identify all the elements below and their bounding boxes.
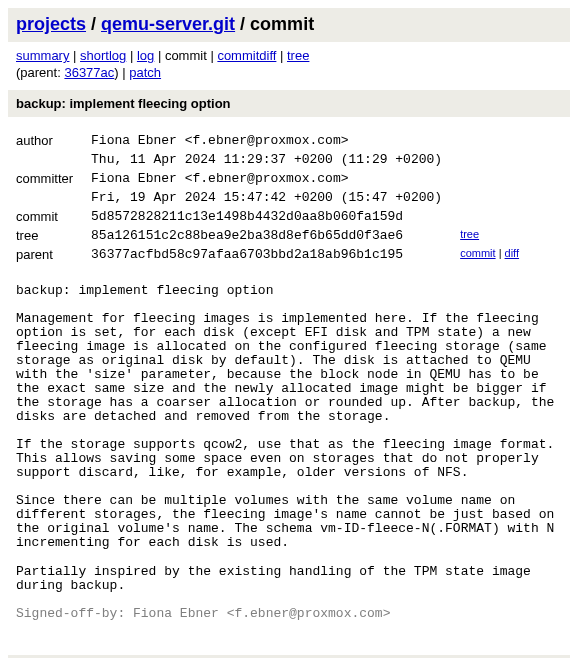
sep: |: [496, 247, 505, 259]
author-date: Thu, 11 Apr 2024 11:29:37 +0200 (11:29 +…: [91, 150, 460, 169]
meta-row-commit: commit 5d8572828211c13e1498b4432d0aa8b06…: [16, 207, 537, 226]
tree-link[interactable]: tree: [460, 228, 479, 240]
parent-commit-link[interactable]: commit: [460, 247, 495, 259]
nav-summary[interactable]: summary: [16, 48, 69, 63]
commit-message: backup: implement fleecing option Manage…: [8, 284, 570, 655]
nav-tree[interactable]: tree: [287, 48, 309, 63]
meta-table: author Fiona Ebner <f.ebner@proxmox.com>…: [16, 131, 537, 264]
committer-value: Fiona Ebner <f.ebner@proxmox.com>: [91, 169, 460, 188]
msg-signoff: Signed-off-by: Fiona Ebner <f.ebner@prox…: [16, 607, 562, 621]
msg-para: Management for fleecing images is implem…: [16, 312, 562, 424]
nav-shortlog[interactable]: shortlog: [80, 48, 126, 63]
parent-diff-link[interactable]: diff: [505, 247, 519, 259]
committer-label: committer: [16, 169, 91, 188]
author-label: author: [16, 131, 91, 150]
commit-label: commit: [16, 207, 91, 226]
msg-para: Since there can be multiple volumes with…: [16, 494, 562, 550]
file-diff-header: PVE/VZDump/QemuServer.pm diff | blob | b…: [8, 655, 570, 658]
sep: /: [86, 14, 101, 34]
commit-title: backup: implement fleecing option: [8, 90, 570, 117]
meta-row-author: author Fiona Ebner <f.ebner@proxmox.com>: [16, 131, 537, 150]
projects-link[interactable]: projects: [16, 14, 86, 34]
sep: |: [207, 48, 218, 63]
meta-row-committer-date: Fri, 19 Apr 2024 15:47:42 +0200 (15:47 +…: [16, 188, 537, 207]
meta-row-tree: tree 85a126151c2c88bea9e2ba38d8ef6b65dd0…: [16, 226, 537, 245]
nav: summary | shortlog | log | commit | comm…: [8, 42, 570, 65]
page-header: projects / qemu-server.git / commit: [8, 8, 570, 42]
sep: |: [126, 48, 137, 63]
msg-para: Partially inspired by the existing handl…: [16, 565, 562, 593]
nav-commit-current: commit: [165, 48, 207, 63]
tree-label: tree: [16, 226, 91, 245]
msg-para: If the storage supports qcow2, use that …: [16, 438, 562, 480]
sep: |: [154, 48, 165, 63]
nav-commitdiff[interactable]: commitdiff: [217, 48, 276, 63]
patch-link[interactable]: patch: [129, 65, 161, 80]
sep: |: [276, 48, 287, 63]
msg-subject: backup: implement fleecing option: [16, 284, 562, 298]
nav-log[interactable]: log: [137, 48, 154, 63]
meta-row-committer: committer Fiona Ebner <f.ebner@proxmox.c…: [16, 169, 537, 188]
committer-date: Fri, 19 Apr 2024 15:47:42 +0200 (15:47 +…: [91, 188, 460, 207]
parent-hash: 36377acfbd58c97afaa6703bbd2a18ab96b1c195: [91, 245, 460, 264]
commit-hash: 5d8572828211c13e1498b4432d0aa8b060fa159d: [91, 207, 460, 226]
meta-row-author-date: Thu, 11 Apr 2024 11:29:37 +0200 (11:29 +…: [16, 150, 537, 169]
author-value: Fiona Ebner <f.ebner@proxmox.com>: [91, 131, 460, 150]
parent-line: (parent: 36377ac) | patch: [8, 65, 570, 90]
meta-row-parent: parent 36377acfbd58c97afaa6703bbd2a18ab9…: [16, 245, 537, 264]
parent-short-link[interactable]: 36377ac: [64, 65, 114, 80]
commit-suffix: / commit: [235, 14, 314, 34]
parent-label: parent: [16, 245, 91, 264]
sep: |: [69, 48, 80, 63]
parent-close: ) |: [114, 65, 129, 80]
parent-open: (parent:: [16, 65, 64, 80]
tree-hash: 85a126151c2c88bea9e2ba38d8ef6b65dd0f3ae6: [91, 226, 460, 245]
repo-link[interactable]: qemu-server.git: [101, 14, 235, 34]
